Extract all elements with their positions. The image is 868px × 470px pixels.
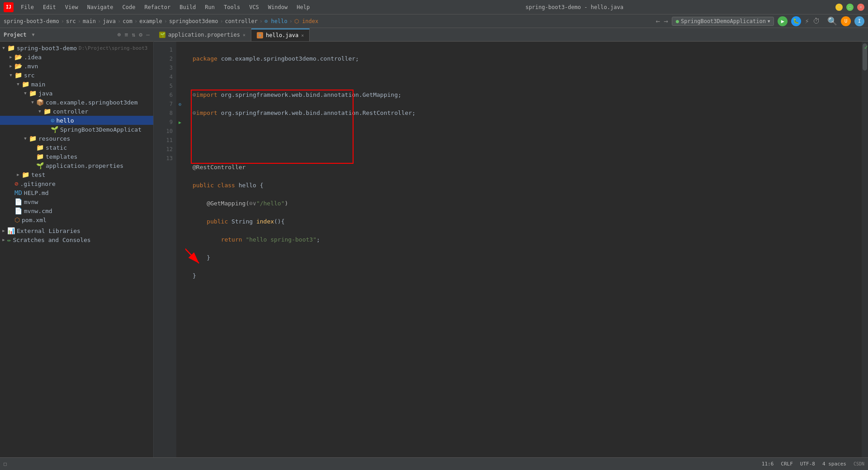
debug-button[interactable]: 🐛 <box>791 16 801 26</box>
line-number-9: 9 <box>154 118 176 127</box>
folder-icon-test: 📁 <box>22 171 29 178</box>
sidebar-close-button[interactable]: — <box>146 31 150 38</box>
menu-run[interactable]: Run <box>201 3 218 11</box>
breadcrumb-hello[interactable]: ⊙ hello <box>264 18 288 24</box>
tree-item-package[interactable]: ▼ 📦 com.example.springboot3dem <box>0 98 153 107</box>
close-button[interactable]: × <box>857 4 864 11</box>
code-line-9: @GetMapping(⊙∨"/hello") <box>193 199 854 208</box>
breadcrumb-example[interactable]: example <box>139 18 162 24</box>
tree-item-test[interactable]: ▶ 📁 test <box>0 170 153 179</box>
tab-hello[interactable]: ⊙ hello.java × <box>251 28 310 41</box>
breadcrumb-main[interactable]: main <box>83 18 96 24</box>
profile-button[interactable]: ⏱ <box>813 17 820 25</box>
tree-arrow-mvn: ▶ <box>7 64 14 68</box>
tab-label-hello: hello.java <box>266 32 298 38</box>
gutter-icon-7[interactable]: ⊙ <box>176 100 184 109</box>
tree-item-static[interactable]: 📁 static <box>0 143 153 152</box>
user-avatar[interactable]: U <box>841 16 851 26</box>
code-line-13: } <box>193 271 854 280</box>
tree-item-mvnwcmd[interactable]: 📄 mvnw.cmd <box>0 206 153 215</box>
tree-item-mvnw[interactable]: 📄 mvnw <box>0 197 153 206</box>
menu-window[interactable]: Window <box>264 3 291 11</box>
code-content[interactable]: package com.example.springboot3demo.cont… <box>185 42 862 457</box>
tree-item-gitignore[interactable]: ⊘ .gitignore <box>0 179 153 188</box>
sidebar-dropdown-icon[interactable]: ▼ <box>32 32 35 37</box>
tree-item-application[interactable]: 🌱 SpringBoot3DemoApplicat <box>0 125 153 134</box>
nav-bar: spring-boot3-demo › src › main › java › … <box>0 14 868 28</box>
tree-item-appprops[interactable]: 🌱 application.properties <box>0 161 153 170</box>
tree-item-controller[interactable]: ▼ 📁 controller <box>0 107 153 116</box>
tree-arrow-src: ▼ <box>7 73 14 77</box>
code-line-8: public class hello { <box>193 181 854 190</box>
tree-item-idea[interactable]: ▶ 📂 .idea <box>0 52 153 62</box>
breadcrumb-src[interactable]: src <box>66 18 76 24</box>
tree-item-resources[interactable]: ▼ 📁 resources <box>0 134 153 143</box>
menu-tools[interactable]: Tools <box>220 3 244 11</box>
tree-item-root[interactable]: ▼ 📁 spring-boot3-demo D:\Project\spring-… <box>0 43 153 52</box>
tree-item-src[interactable]: ▼ 📁 src <box>0 71 153 80</box>
code-line-5 <box>193 127 854 136</box>
breadcrumb-index[interactable]: ⬡ index <box>294 18 318 24</box>
gutter-icon-9[interactable]: ▶ <box>176 118 184 127</box>
code-line-4: ⊙import org.springframework.web.bind.ann… <box>193 109 854 118</box>
folder-icon-templates: 📁 <box>36 153 44 160</box>
breadcrumb-controller[interactable]: controller <box>225 18 258 24</box>
tree-item-main[interactable]: ▼ 📁 main <box>0 80 153 89</box>
status-indent[interactable]: 4 spaces <box>822 461 846 467</box>
ide-icon[interactable]: I <box>854 16 864 26</box>
tree-item-pomxml[interactable]: ⬡ pom.xml <box>0 215 153 224</box>
sidebar-collapse-button[interactable]: ⇅ <box>132 31 136 38</box>
sidebar: Project ▼ ⊕ ≡ ⇅ ⚙ — ▼ 📁 spring-boot3-dem… <box>0 28 154 457</box>
tree-label-pomxml: pom.xml <box>22 217 47 223</box>
status-crlf[interactable]: CRLF <box>781 461 793 467</box>
tree-arrow-scratches: ▶ <box>0 237 7 242</box>
status-charset[interactable]: UTF-8 <box>800 461 815 467</box>
tree-arrow-java: ▼ <box>22 91 29 95</box>
tree-item-hello[interactable]: ⊙ hello <box>0 116 153 125</box>
tree-item-scratches[interactable]: ▶ ✏️ Scratches and Consoles <box>0 235 153 244</box>
search-button[interactable]: 🔍 <box>827 16 837 26</box>
tree-item-java[interactable]: ▼ 📁 java <box>0 89 153 98</box>
tab-close-appprops[interactable]: × <box>243 33 245 38</box>
sidebar-locate-button[interactable]: ⊕ <box>118 31 121 38</box>
run-button[interactable]: ▶ <box>778 16 788 26</box>
tree-arrow-idea: ▶ <box>7 55 14 59</box>
menu-edit[interactable]: Edit <box>39 3 60 11</box>
tree-item-extlibs[interactable]: ▶ 📊 External Libraries <box>0 226 153 235</box>
menu-vcs[interactable]: VCS <box>245 3 263 11</box>
editor-wrapper[interactable]: package com.example.springboot3demo.cont… <box>185 42 862 457</box>
minimize-button[interactable]: − <box>835 4 843 11</box>
menu-refactor[interactable]: Refactor <box>141 3 174 11</box>
nav-forward-button[interactable]: → <box>664 17 668 25</box>
tab-close-hello[interactable]: × <box>301 33 304 38</box>
breadcrumb-project[interactable]: spring-boot3-demo <box>4 18 59 24</box>
status-position[interactable]: 11:6 <box>762 461 774 467</box>
menu-help[interactable]: Help <box>293 3 313 11</box>
sidebar-settings-button[interactable]: ⚙ <box>139 31 142 38</box>
scratches-icon: ✏️ <box>7 236 11 243</box>
menu-file[interactable]: File <box>17 3 38 11</box>
menu-build[interactable]: Build <box>176 3 199 11</box>
tree-arrow-package: ▼ <box>29 100 36 104</box>
tree-item-helpmd[interactable]: MD HELP.md <box>0 188 153 197</box>
menu-code[interactable]: Code <box>119 3 139 11</box>
tree-label-resources: resources <box>38 135 70 142</box>
tab-appprops[interactable]: 🌱 application.properties × <box>154 28 251 41</box>
menu-navigate[interactable]: Navigate <box>84 3 117 11</box>
nav-back-button[interactable]: ← <box>656 17 660 25</box>
tree-item-templates[interactable]: 📁 templates <box>0 152 153 161</box>
tree-item-mvn[interactable]: ▶ 📂 .mvn <box>0 62 153 71</box>
status-panel-toggle[interactable]: □ <box>4 461 7 467</box>
tree-label-src: src <box>24 72 34 79</box>
menu-view[interactable]: View <box>61 3 82 11</box>
breadcrumb-com[interactable]: com <box>123 18 132 24</box>
editor-scrollbar[interactable]: ✓ <box>862 42 868 457</box>
main-layout: Project ▼ ⊕ ≡ ⇅ ⚙ — ▼ 📁 spring-boot3-dem… <box>0 28 868 457</box>
breadcrumb-springboot3demo[interactable]: springboot3demo <box>169 18 218 24</box>
tree-label-controller: controller <box>53 108 88 115</box>
coverage-button[interactable]: ⚡ <box>805 17 809 25</box>
breadcrumb-java[interactable]: java <box>103 18 116 24</box>
sidebar-expand-button[interactable]: ≡ <box>125 31 128 38</box>
run-config-selector[interactable]: ● SpringBoot3DemoApplication ▼ <box>672 17 774 26</box>
maximize-button[interactable]: □ <box>846 4 854 11</box>
